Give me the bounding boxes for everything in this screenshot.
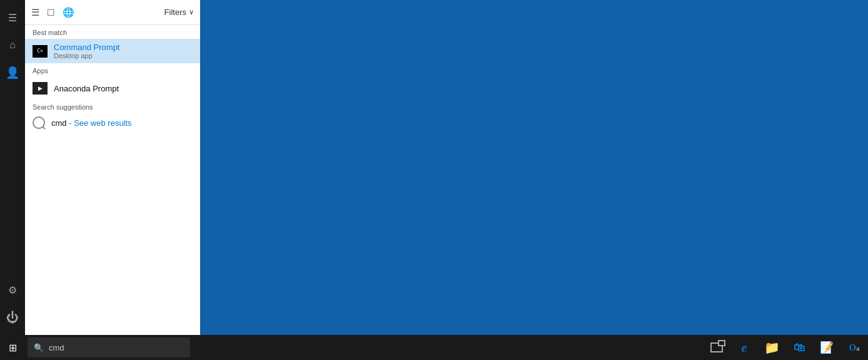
desktop-background [200,0,868,335]
start-button[interactable]: ⊞ [0,335,25,360]
taskbar-search-input[interactable] [49,343,184,352]
settings-icon[interactable]: ⚙ [0,277,25,302]
store-icon: 🛍 [794,341,805,354]
filters-button[interactable]: Filters ∨ [164,8,194,17]
command-prompt-icon [33,44,48,59]
results-area: Best match Command Prompt Desktop app Ap… [25,25,200,335]
desktop: ☰ ⌂ 👤 ⚙ ⏻ ☰ ☐ 🌐 Filters ∨ Best match [0,0,868,335]
outlook-icon: Oa [849,342,859,353]
sidebar: ☰ ⌂ 👤 ⚙ ⏻ [0,0,25,335]
suggestions-header: Search suggestions [25,100,200,113]
search-panel: ☰ ☐ 🌐 Filters ∨ Best match Command Promp… [25,0,200,335]
apps-header: Apps [25,63,200,77]
documents-icon[interactable]: ☐ [47,8,55,18]
taskbar-search-icon: 🔍 [34,343,44,352]
edge-icon: e [742,341,747,355]
chevron-down-icon: ∨ [189,8,194,16]
filter-bar-icons: ☰ ☐ 🌐 [31,7,159,18]
taskbar-search[interactable]: 🔍 [28,337,190,357]
see-web-results-link[interactable]: - See web results [69,118,131,128]
taskbar: ⊞ 🔍 e 📁 🛍 📝 Oa [0,335,868,360]
suggestion-cmd-text: cmd - See web results [51,118,132,128]
file-explorer-button[interactable]: 📁 [758,335,785,360]
command-prompt-subtitle: Desktop app [54,52,119,59]
folder-icon: 📁 [764,340,780,355]
anaconda-prompt-item[interactable]: Anaconda Prompt [25,77,200,100]
person-icon[interactable]: 👤 [0,60,25,85]
taskbar-apps: e 📁 🛍 📝 Oa [703,335,868,360]
anaconda-text: Anaconda Prompt [54,84,119,93]
best-match-header: Best match [25,25,200,39]
filter-bar: ☰ ☐ 🌐 Filters ∨ [25,0,200,25]
all-results-icon[interactable]: ☰ [31,7,39,18]
sticky-notes-icon: 📝 [820,341,834,354]
command-prompt-text: Command Prompt Desktop app [54,43,119,59]
web-icon[interactable]: 🌐 [63,7,74,18]
outlook-button[interactable]: Oa [840,335,868,360]
best-match-item[interactable]: Command Prompt Desktop app [25,39,200,63]
command-prompt-title: Command Prompt [54,43,119,52]
cmd-suggestion-item[interactable]: cmd - See web results [25,113,200,132]
anaconda-icon [33,81,48,96]
home-icon[interactable]: ⌂ [0,33,25,58]
anaconda-title: Anaconda Prompt [54,84,119,93]
suggestion-search-icon [33,116,45,129]
store-button[interactable]: 🛍 [785,335,813,360]
power-icon[interactable]: ⏻ [0,305,25,330]
task-view-icon [710,342,723,352]
task-view-button[interactable] [703,335,730,360]
sticky-notes-button[interactable]: 📝 [813,335,840,360]
hamburger-menu-icon[interactable]: ☰ [0,5,25,30]
edge-button[interactable]: e [730,335,758,360]
filters-label: Filters [164,8,186,17]
